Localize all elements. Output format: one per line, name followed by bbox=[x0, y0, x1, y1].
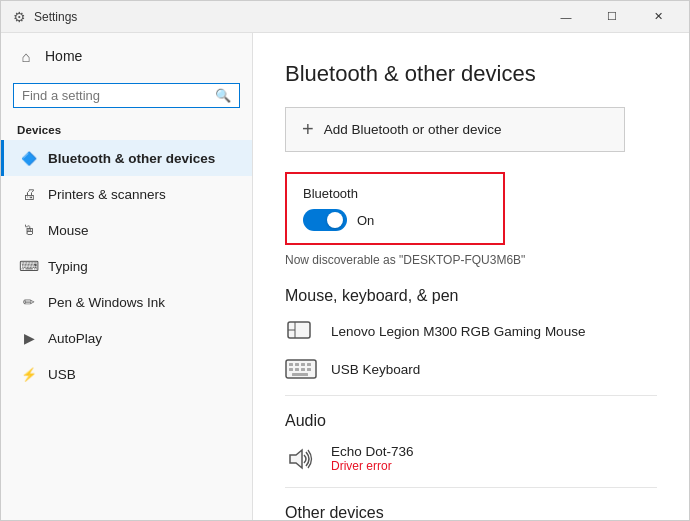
other-divider bbox=[285, 487, 657, 488]
discoverable-text: Now discoverable as "DESKTOP-FQU3M6B" bbox=[285, 253, 657, 267]
sidebar-item-bluetooth-label: Bluetooth & other devices bbox=[48, 151, 215, 166]
close-button[interactable]: ✕ bbox=[635, 1, 681, 33]
page-title: Bluetooth & other devices bbox=[285, 61, 657, 87]
device-item-echo: Echo Dot-736 Driver error bbox=[285, 444, 657, 473]
sidebar-home[interactable]: ⌂ Home bbox=[1, 33, 252, 79]
mouse-icon: 🖱 bbox=[20, 221, 38, 239]
keyboard-device-icon bbox=[285, 357, 317, 381]
audio-device-name: Echo Dot-736 bbox=[331, 444, 414, 459]
audio-device-icon bbox=[285, 447, 317, 471]
settings-icon: ⚙ bbox=[13, 9, 26, 25]
typing-icon: ⌨ bbox=[20, 257, 38, 275]
search-icon: 🔍 bbox=[215, 88, 231, 103]
mouse-section-heading: Mouse, keyboard, & pen bbox=[285, 287, 657, 305]
pen-icon: ✏ bbox=[20, 293, 38, 311]
home-icon: ⌂ bbox=[17, 47, 35, 65]
svg-rect-8 bbox=[289, 368, 293, 371]
audio-divider bbox=[285, 395, 657, 396]
bluetooth-toggle-label: Bluetooth bbox=[303, 186, 487, 201]
device-item-keyboard: USB Keyboard bbox=[285, 357, 657, 381]
svg-rect-12 bbox=[292, 373, 308, 376]
sidebar-search-container: 🔍 bbox=[13, 83, 240, 108]
toggle-state-label: On bbox=[357, 213, 374, 228]
sidebar-item-printers[interactable]: 🖨 Printers & scanners bbox=[1, 176, 252, 212]
maximize-button[interactable]: ☐ bbox=[589, 1, 635, 33]
other-section-heading: Other devices bbox=[285, 504, 657, 520]
add-device-label: Add Bluetooth or other device bbox=[324, 122, 502, 137]
sidebar-item-typing-label: Typing bbox=[48, 259, 88, 274]
title-bar-left: ⚙ Settings bbox=[13, 9, 77, 25]
main-area: ⌂ Home 🔍 Devices 🔷 Bluetooth & other dev… bbox=[1, 33, 689, 520]
bluetooth-icon: 🔷 bbox=[20, 149, 38, 167]
sidebar-item-autoplay-label: AutoPlay bbox=[48, 331, 102, 346]
sidebar-item-mouse-label: Mouse bbox=[48, 223, 89, 238]
add-device-button[interactable]: + Add Bluetooth or other device bbox=[285, 107, 625, 152]
audio-device-info: Echo Dot-736 Driver error bbox=[331, 444, 414, 473]
mouse-device-icon bbox=[285, 319, 317, 343]
sidebar-item-bluetooth[interactable]: 🔷 Bluetooth & other devices bbox=[1, 140, 252, 176]
mouse-device-name: Lenovo Legion M300 RGB Gaming Mouse bbox=[331, 324, 585, 339]
sidebar-item-printers-label: Printers & scanners bbox=[48, 187, 166, 202]
keyboard-device-name: USB Keyboard bbox=[331, 362, 420, 377]
audio-section-heading: Audio bbox=[285, 412, 657, 430]
sidebar-item-usb[interactable]: ⚡ USB bbox=[1, 356, 252, 392]
svg-rect-4 bbox=[289, 363, 293, 366]
printer-icon: 🖨 bbox=[20, 185, 38, 203]
usb-icon: ⚡ bbox=[20, 365, 38, 383]
minimize-button[interactable]: — bbox=[543, 1, 589, 33]
svg-rect-10 bbox=[301, 368, 305, 371]
svg-rect-5 bbox=[295, 363, 299, 366]
sidebar-item-pen[interactable]: ✏ Pen & Windows Ink bbox=[1, 284, 252, 320]
device-item-mouse: Lenovo Legion M300 RGB Gaming Mouse bbox=[285, 319, 657, 343]
sidebar-item-mouse[interactable]: 🖱 Mouse bbox=[1, 212, 252, 248]
sidebar-item-usb-label: USB bbox=[48, 367, 76, 382]
home-label: Home bbox=[45, 48, 82, 64]
svg-rect-6 bbox=[301, 363, 305, 366]
sidebar-item-typing[interactable]: ⌨ Typing bbox=[1, 248, 252, 284]
devices-section-label: Devices bbox=[1, 116, 252, 140]
sidebar-item-autoplay[interactable]: ▶ AutoPlay bbox=[1, 320, 252, 356]
svg-rect-9 bbox=[295, 368, 299, 371]
content-area: Bluetooth & other devices + Add Bluetoot… bbox=[253, 33, 689, 520]
settings-window: ⚙ Settings — ☐ ✕ ⌂ Home 🔍 Devices bbox=[0, 0, 690, 521]
toggle-row: On bbox=[303, 209, 487, 231]
add-icon: + bbox=[302, 118, 314, 141]
svg-rect-7 bbox=[307, 363, 311, 366]
title-bar: ⚙ Settings — ☐ ✕ bbox=[1, 1, 689, 33]
autoplay-icon: ▶ bbox=[20, 329, 38, 347]
bluetooth-toggle-section: Bluetooth On bbox=[285, 172, 505, 245]
sidebar-item-pen-label: Pen & Windows Ink bbox=[48, 295, 165, 310]
window-title: Settings bbox=[34, 10, 77, 24]
bluetooth-toggle-switch[interactable] bbox=[303, 209, 347, 231]
svg-rect-11 bbox=[307, 368, 311, 371]
audio-device-error: Driver error bbox=[331, 459, 414, 473]
title-bar-controls: — ☐ ✕ bbox=[543, 1, 681, 33]
search-input[interactable] bbox=[22, 88, 209, 103]
svg-marker-13 bbox=[290, 450, 302, 468]
sidebar: ⌂ Home 🔍 Devices 🔷 Bluetooth & other dev… bbox=[1, 33, 253, 520]
